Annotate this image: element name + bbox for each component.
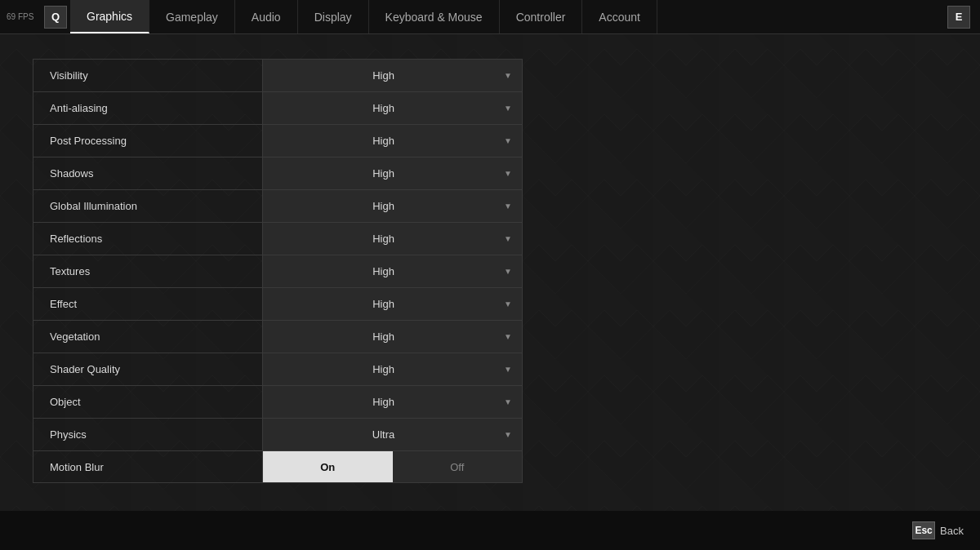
- dropdown-value: High: [263, 396, 504, 408]
- setting-label: Motion Blur: [33, 461, 262, 473]
- chevron-down-icon: ▼: [504, 202, 522, 211]
- dropdown-value: High: [263, 102, 504, 114]
- setting-label: Post Processing: [33, 135, 262, 147]
- footer: Esc Back: [0, 511, 980, 550]
- tab-account[interactable]: Account: [582, 0, 657, 33]
- settings-row: TexturesHigh▼: [33, 255, 523, 287]
- tab-gameplay[interactable]: Gameplay: [149, 0, 235, 33]
- setting-label: Shader Quality: [33, 363, 262, 375]
- e-key-button[interactable]: E: [947, 6, 970, 29]
- setting-label: Visibility: [33, 69, 262, 82]
- chevron-down-icon: ▼: [504, 299, 522, 308]
- settings-row: Shader QualityHigh▼: [33, 353, 523, 385]
- chevron-down-icon: ▼: [504, 365, 522, 374]
- chevron-down-icon: ▼: [504, 430, 522, 439]
- back-label: Back: [940, 525, 964, 537]
- dropdown-control[interactable]: High▼: [262, 125, 522, 157]
- dropdown-value: High: [263, 298, 504, 310]
- dropdown-control[interactable]: High▼: [262, 386, 522, 418]
- settings-row: Anti-aliasingHigh▼: [33, 91, 523, 124]
- dropdown-control[interactable]: High▼: [262, 223, 522, 255]
- toggle-option-off[interactable]: Off: [393, 451, 523, 482]
- toggle-control: OnOff: [262, 451, 522, 482]
- dropdown-value: High: [263, 69, 504, 82]
- chevron-down-icon: ▼: [504, 332, 522, 341]
- toggle-option-on[interactable]: On: [263, 451, 393, 482]
- settings-row: EffectHigh▼: [33, 287, 523, 320]
- dropdown-control[interactable]: High▼: [262, 190, 522, 222]
- settings-row: Motion BlurOnOff: [33, 450, 523, 483]
- settings-row: VegetationHigh▼: [33, 320, 523, 353]
- dropdown-value: High: [263, 135, 504, 147]
- setting-label: Shadows: [33, 167, 262, 180]
- setting-label: Reflections: [33, 233, 262, 245]
- tab-graphics[interactable]: Graphics: [70, 0, 149, 33]
- settings-row: ShadowsHigh▼: [33, 157, 523, 189]
- settings-row: Post ProcessingHigh▼: [33, 124, 523, 157]
- nav-bar: 69 FPS Q Graphics Gameplay Audio Display…: [0, 0, 980, 34]
- settings-row: Global IlluminationHigh▼: [33, 189, 523, 222]
- dropdown-value: Ultra: [263, 428, 504, 441]
- settings-row: VisibilityHigh▼: [33, 59, 523, 91]
- chevron-down-icon: ▼: [504, 136, 522, 145]
- tab-controller[interactable]: Controller: [500, 0, 583, 33]
- setting-label: Physics: [33, 428, 262, 441]
- settings-row: ReflectionsHigh▼: [33, 222, 523, 255]
- chevron-down-icon: ▼: [504, 104, 522, 113]
- dropdown-control[interactable]: High▼: [262, 157, 522, 189]
- chevron-down-icon: ▼: [504, 267, 522, 276]
- dropdown-value: High: [263, 233, 504, 245]
- dropdown-control[interactable]: High▼: [262, 92, 522, 124]
- settings-panel: VisibilityHigh▼Anti-aliasingHigh▼Post Pr…: [33, 59, 523, 511]
- tab-audio[interactable]: Audio: [235, 0, 298, 33]
- tab-display[interactable]: Display: [298, 0, 369, 33]
- setting-label: Vegetation: [33, 330, 262, 343]
- nav-right: E: [944, 6, 980, 29]
- tab-keyboard-mouse[interactable]: Keyboard & Mouse: [369, 0, 500, 33]
- chevron-down-icon: ▼: [504, 169, 522, 178]
- esc-key: Esc: [912, 521, 935, 539]
- chevron-down-icon: ▼: [504, 397, 522, 406]
- q-key-button[interactable]: Q: [44, 6, 67, 29]
- settings-row: PhysicsUltra▼: [33, 418, 523, 450]
- nav-tabs: Graphics Gameplay Audio Display Keyboard…: [70, 0, 944, 33]
- fps-counter: 69 FPS: [0, 12, 41, 21]
- dropdown-value: High: [263, 167, 504, 180]
- settings-row: ObjectHigh▼: [33, 385, 523, 418]
- dropdown-control[interactable]: High▼: [262, 288, 522, 320]
- main-content: VisibilityHigh▼Anti-aliasingHigh▼Post Pr…: [0, 34, 980, 511]
- dropdown-value: High: [263, 265, 504, 277]
- dropdown-control[interactable]: High▼: [262, 353, 522, 385]
- settings-container: VisibilityHigh▼Anti-aliasingHigh▼Post Pr…: [33, 59, 523, 483]
- dropdown-control[interactable]: Ultra▼: [262, 419, 522, 450]
- setting-label: Anti-aliasing: [33, 102, 262, 114]
- dropdown-value: High: [263, 363, 504, 375]
- chevron-down-icon: ▼: [504, 71, 522, 80]
- setting-label: Global Illumination: [33, 200, 262, 212]
- dropdown-control[interactable]: High▼: [262, 255, 522, 287]
- dropdown-control[interactable]: High▼: [262, 60, 522, 91]
- setting-label: Textures: [33, 265, 262, 277]
- setting-label: Effect: [33, 298, 262, 310]
- setting-label: Object: [33, 396, 262, 408]
- dropdown-value: High: [263, 200, 504, 212]
- dropdown-control[interactable]: High▼: [262, 321, 522, 353]
- dropdown-value: High: [263, 330, 504, 343]
- chevron-down-icon: ▼: [504, 234, 522, 243]
